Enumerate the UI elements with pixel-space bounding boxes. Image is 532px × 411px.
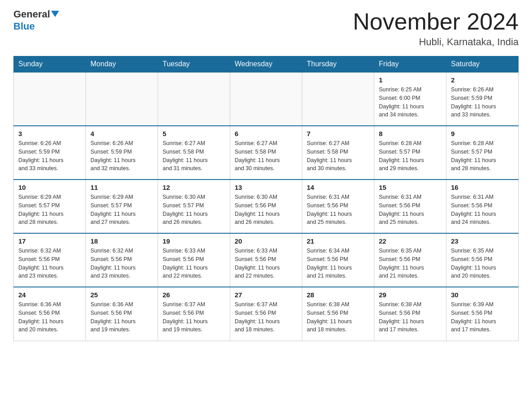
- day-info: Sunrise: 6:31 AMSunset: 5:56 PMDaylight:…: [379, 193, 442, 227]
- day-info: Sunrise: 6:33 AMSunset: 5:56 PMDaylight:…: [163, 247, 225, 280]
- table-row: 8Sunrise: 6:28 AMSunset: 5:57 PMDaylight…: [374, 126, 446, 180]
- logo-triangle-icon: [51, 11, 59, 17]
- day-info: Sunrise: 6:36 AMSunset: 5:56 PMDaylight:…: [90, 300, 153, 334]
- title-section: November 2024 Hubli, Karnataka, India: [353, 9, 519, 48]
- day-info: Sunrise: 6:25 AMSunset: 6:00 PMDaylight:…: [379, 86, 442, 119]
- table-row: [86, 72, 158, 126]
- header-sunday: Sunday: [14, 56, 86, 73]
- day-number: 18: [90, 237, 153, 245]
- logo-general: General: [13, 9, 59, 20]
- day-info: Sunrise: 6:27 AMSunset: 5:58 PMDaylight:…: [163, 139, 225, 173]
- table-row: 11Sunrise: 6:29 AMSunset: 5:57 PMDayligh…: [86, 180, 158, 233]
- day-info: Sunrise: 6:35 AMSunset: 5:56 PMDaylight:…: [451, 247, 514, 280]
- table-row: 20Sunrise: 6:33 AMSunset: 5:56 PMDayligh…: [230, 233, 302, 287]
- table-row: 13Sunrise: 6:30 AMSunset: 5:56 PMDayligh…: [230, 180, 302, 233]
- day-number: 26: [163, 291, 225, 299]
- table-row: 2Sunrise: 6:26 AMSunset: 5:59 PMDaylight…: [446, 72, 519, 126]
- day-info: Sunrise: 6:37 AMSunset: 5:56 PMDaylight:…: [235, 300, 297, 334]
- day-number: 23: [451, 237, 514, 245]
- table-row: 10Sunrise: 6:29 AMSunset: 5:57 PMDayligh…: [14, 180, 86, 233]
- day-number: 10: [18, 184, 81, 191]
- header-thursday: Thursday: [302, 56, 374, 73]
- table-row: 26Sunrise: 6:37 AMSunset: 5:56 PMDayligh…: [158, 287, 230, 341]
- table-row: 28Sunrise: 6:38 AMSunset: 5:56 PMDayligh…: [302, 287, 374, 341]
- logo-blue: Blue: [13, 21, 35, 32]
- day-info: Sunrise: 6:32 AMSunset: 5:56 PMDaylight:…: [90, 247, 153, 280]
- day-number: 29: [379, 291, 442, 299]
- table-row: 29Sunrise: 6:38 AMSunset: 5:56 PMDayligh…: [374, 287, 446, 341]
- day-number: 9: [451, 130, 514, 137]
- day-info: Sunrise: 6:30 AMSunset: 5:56 PMDaylight:…: [235, 193, 297, 227]
- day-number: 19: [163, 237, 225, 245]
- day-number: 7: [307, 130, 369, 137]
- table-row: 19Sunrise: 6:33 AMSunset: 5:56 PMDayligh…: [158, 233, 230, 287]
- day-number: 20: [235, 237, 297, 245]
- table-row: 30Sunrise: 6:39 AMSunset: 5:56 PMDayligh…: [446, 287, 519, 341]
- day-number: 1: [379, 76, 442, 84]
- day-info: Sunrise: 6:38 AMSunset: 5:56 PMDaylight:…: [307, 300, 369, 334]
- day-number: 17: [18, 237, 81, 245]
- day-number: 3: [18, 130, 81, 137]
- calendar-week-1: 1Sunrise: 6:25 AMSunset: 6:00 PMDaylight…: [14, 72, 519, 126]
- day-number: 21: [307, 237, 369, 245]
- calendar-table: Sunday Monday Tuesday Wednesday Thursday…: [13, 56, 519, 341]
- table-row: 21Sunrise: 6:34 AMSunset: 5:56 PMDayligh…: [302, 233, 374, 287]
- table-row: 17Sunrise: 6:32 AMSunset: 5:56 PMDayligh…: [14, 233, 86, 287]
- day-number: 8: [379, 130, 442, 137]
- calendar-week-5: 24Sunrise: 6:36 AMSunset: 5:56 PMDayligh…: [14, 287, 519, 341]
- table-row: 6Sunrise: 6:27 AMSunset: 5:58 PMDaylight…: [230, 126, 302, 180]
- header: General Blue November 2024 Hubli, Karnat…: [13, 9, 519, 48]
- table-row: 3Sunrise: 6:26 AMSunset: 5:59 PMDaylight…: [14, 126, 86, 180]
- table-row: 5Sunrise: 6:27 AMSunset: 5:58 PMDaylight…: [158, 126, 230, 180]
- location-subtitle: Hubli, Karnataka, India: [353, 36, 519, 48]
- day-number: 28: [307, 291, 369, 299]
- day-number: 27: [235, 291, 297, 299]
- month-title: November 2024: [353, 9, 519, 34]
- table-row: 25Sunrise: 6:36 AMSunset: 5:56 PMDayligh…: [86, 287, 158, 341]
- day-info: Sunrise: 6:27 AMSunset: 5:58 PMDaylight:…: [307, 139, 369, 173]
- table-row: [302, 72, 374, 126]
- day-number: 12: [163, 184, 225, 191]
- table-row: 4Sunrise: 6:26 AMSunset: 5:59 PMDaylight…: [86, 126, 158, 180]
- table-row: [158, 72, 230, 126]
- day-info: Sunrise: 6:26 AMSunset: 5:59 PMDaylight:…: [18, 139, 81, 173]
- day-info: Sunrise: 6:27 AMSunset: 5:58 PMDaylight:…: [235, 139, 297, 173]
- calendar-header-row: Sunday Monday Tuesday Wednesday Thursday…: [14, 56, 519, 73]
- day-info: Sunrise: 6:39 AMSunset: 5:56 PMDaylight:…: [451, 300, 514, 334]
- logo-top-line: General: [13, 9, 59, 20]
- table-row: 24Sunrise: 6:36 AMSunset: 5:56 PMDayligh…: [14, 287, 86, 341]
- day-number: 25: [90, 291, 153, 299]
- table-row: 9Sunrise: 6:28 AMSunset: 5:57 PMDaylight…: [446, 126, 519, 180]
- table-row: 23Sunrise: 6:35 AMSunset: 5:56 PMDayligh…: [446, 233, 519, 287]
- table-row: 16Sunrise: 6:31 AMSunset: 5:56 PMDayligh…: [446, 180, 519, 233]
- day-info: Sunrise: 6:31 AMSunset: 5:56 PMDaylight:…: [307, 193, 369, 227]
- day-info: Sunrise: 6:29 AMSunset: 5:57 PMDaylight:…: [90, 193, 153, 227]
- day-info: Sunrise: 6:30 AMSunset: 5:57 PMDaylight:…: [163, 193, 225, 227]
- calendar-week-4: 17Sunrise: 6:32 AMSunset: 5:56 PMDayligh…: [14, 233, 519, 287]
- day-info: Sunrise: 6:35 AMSunset: 5:56 PMDaylight:…: [379, 247, 442, 280]
- day-info: Sunrise: 6:29 AMSunset: 5:57 PMDaylight:…: [18, 193, 81, 227]
- header-tuesday: Tuesday: [158, 56, 230, 73]
- day-info: Sunrise: 6:31 AMSunset: 5:56 PMDaylight:…: [451, 193, 514, 227]
- table-row: 22Sunrise: 6:35 AMSunset: 5:56 PMDayligh…: [374, 233, 446, 287]
- day-info: Sunrise: 6:26 AMSunset: 5:59 PMDaylight:…: [90, 139, 153, 173]
- day-number: 13: [235, 184, 297, 191]
- day-info: Sunrise: 6:37 AMSunset: 5:56 PMDaylight:…: [163, 300, 225, 334]
- header-monday: Monday: [86, 56, 158, 73]
- table-row: 27Sunrise: 6:37 AMSunset: 5:56 PMDayligh…: [230, 287, 302, 341]
- table-row: 15Sunrise: 6:31 AMSunset: 5:56 PMDayligh…: [374, 180, 446, 233]
- day-number: 2: [451, 76, 514, 84]
- table-row: 18Sunrise: 6:32 AMSunset: 5:56 PMDayligh…: [86, 233, 158, 287]
- day-info: Sunrise: 6:26 AMSunset: 5:59 PMDaylight:…: [451, 86, 514, 119]
- day-info: Sunrise: 6:34 AMSunset: 5:56 PMDaylight:…: [307, 247, 369, 280]
- day-number: 14: [307, 184, 369, 191]
- day-info: Sunrise: 6:32 AMSunset: 5:56 PMDaylight:…: [18, 247, 81, 280]
- calendar-week-3: 10Sunrise: 6:29 AMSunset: 5:57 PMDayligh…: [14, 180, 519, 233]
- day-number: 15: [379, 184, 442, 191]
- table-row: 12Sunrise: 6:30 AMSunset: 5:57 PMDayligh…: [158, 180, 230, 233]
- day-info: Sunrise: 6:28 AMSunset: 5:57 PMDaylight:…: [451, 139, 514, 173]
- day-info: Sunrise: 6:33 AMSunset: 5:56 PMDaylight:…: [235, 247, 297, 280]
- day-number: 16: [451, 184, 514, 191]
- day-number: 24: [18, 291, 81, 299]
- logo: General Blue: [13, 9, 59, 32]
